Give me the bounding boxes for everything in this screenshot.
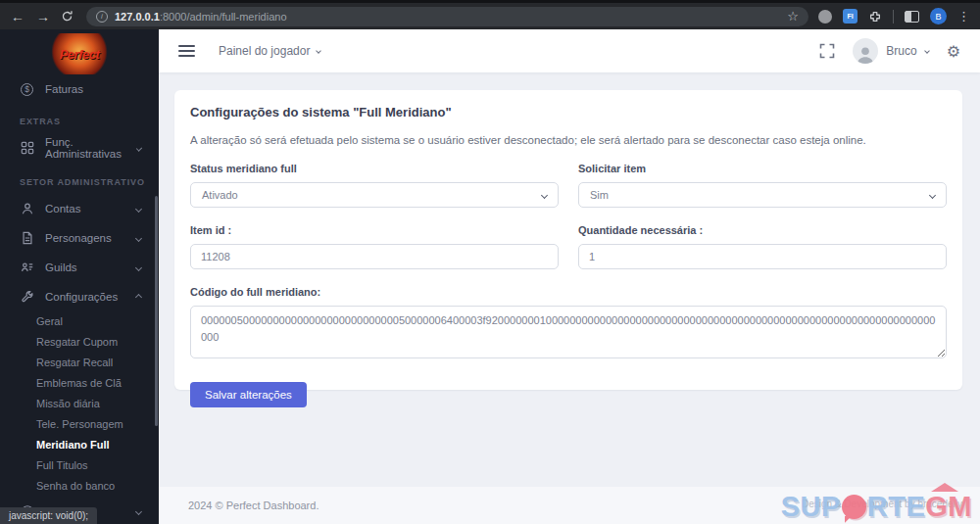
browser-profile-avatar[interactable]: B	[930, 8, 947, 24]
extension-globe-icon[interactable]	[818, 10, 832, 24]
watermark-gm: GM	[925, 491, 972, 523]
topbar-actions: Bruco	[819, 38, 960, 64]
status-label: Status meridiano full	[190, 163, 559, 174]
sidebar-subitem-resgatar-cupom[interactable]: Resgatar Cupom	[0, 332, 159, 353]
sidebar-item-label: Funç. Administrativas	[45, 136, 126, 160]
logo-text: Perfect	[49, 33, 110, 74]
sidebar-item-faturas[interactable]: Faturas	[0, 76, 159, 102]
quantidade-input[interactable]	[578, 244, 947, 269]
card-description: A alteração só será efetuada pelo sistem…	[190, 134, 947, 146]
url-host: 127.0.0.1	[115, 11, 160, 23]
guild-badge-icon	[20, 261, 34, 275]
sidebar: Perfect Faturas EXTRAS Funç. Administrat…	[0, 29, 159, 524]
status-selected-value: Ativado	[202, 189, 238, 201]
save-button[interactable]: Salvar alterações	[190, 382, 307, 407]
card-title: Configurações do sistema "Full Meridiano…	[190, 105, 947, 119]
solicitar-select[interactable]: Sim	[578, 182, 947, 208]
extension-fi-icon[interactable]: FI	[843, 9, 858, 24]
sidebar-item-personagens[interactable]: Personagens	[0, 223, 159, 253]
browser-menu-kebab-icon[interactable]	[957, 9, 970, 24]
settings-gear-icon[interactable]	[947, 42, 960, 61]
url-text: 127.0.0.1:8000/admin/full-meridiano	[115, 11, 287, 23]
address-bar[interactable]: 127.0.0.1:8000/admin/full-meridiano	[86, 7, 808, 26]
extensions-puzzle-icon[interactable]	[868, 10, 882, 24]
browser-forward-button[interactable]	[35, 10, 51, 24]
item-id-field-group: Item id :	[190, 224, 559, 286]
sidebar-subitem-senha-do-banco[interactable]: Senha do banco	[0, 476, 159, 497]
item-id-label: Item id :	[190, 224, 559, 236]
side-panel-icon[interactable]	[905, 11, 919, 23]
browser-back-button[interactable]	[10, 10, 25, 24]
sidebar-item-configuracoes[interactable]: Configurações	[0, 282, 159, 311]
user-avatar	[853, 38, 878, 64]
watermark-gm-text: GM	[925, 491, 972, 522]
fullscreen-button[interactable]	[819, 43, 835, 59]
username-label: Bruco	[886, 44, 916, 58]
sidebar-item-label: Faturas	[45, 83, 83, 95]
sidebar-subitem-meridiano-full[interactable]: Meridiano Full	[0, 435, 159, 455]
sidebar-item-label: Contas	[45, 203, 80, 214]
sidebar-scrollbar[interactable]	[155, 196, 158, 426]
menu-toggle-button[interactable]	[178, 45, 195, 57]
perfect-world-logo: Perfect	[49, 33, 110, 74]
document-icon	[20, 231, 34, 246]
item-id-input[interactable]	[190, 244, 559, 269]
full-meridiano-settings-card: Configurações do sistema "Full Meridiano…	[174, 90, 962, 390]
wrench-icon	[20, 290, 34, 305]
toolbar-separator	[893, 10, 894, 24]
top-header: Painel do jogador Bruco	[159, 29, 980, 72]
browser-actions: FI B	[818, 8, 970, 24]
solicitar-field-group: Solicitar item Sim	[578, 163, 947, 224]
watermark-rte: RTE	[867, 491, 926, 523]
chevron-down-icon	[929, 191, 936, 198]
watermark-roof-icon	[931, 483, 958, 492]
sidebar-item-label: Configurações	[45, 291, 118, 303]
quantidade-label: Quantidade necessária :	[578, 224, 947, 236]
sidebar-section-setor-administrativo: SETOR ADMINISTRATIVO	[0, 163, 159, 194]
sidebar-subitem-full-titulos[interactable]: Full Titulos	[0, 455, 159, 476]
sidebar-item-label: Guilds	[45, 262, 77, 273]
user-icon	[20, 202, 34, 216]
solicitar-label: Solicitar item	[578, 163, 947, 174]
chevron-down-icon	[317, 48, 322, 54]
chevron-up-icon	[135, 293, 142, 300]
chevron-down-icon	[135, 234, 142, 241]
status-select[interactable]: Ativado	[190, 182, 559, 208]
chevron-down-icon	[135, 507, 142, 514]
copyright-text: 2024 © Perfect Dashboard.	[188, 500, 318, 511]
sidebar-subitem-emblemas-de-cla[interactable]: Emblemas de Clã	[0, 373, 159, 394]
painel-do-jogador-dropdown[interactable]: Painel do jogador	[219, 44, 320, 58]
solicitar-selected-value: Sim	[590, 189, 609, 201]
codigo-textarea[interactable]: 0000005000000000000000000000000005000000…	[190, 306, 947, 358]
sidebar-subitem-geral[interactable]: Geral	[0, 311, 159, 332]
grid-icon	[20, 141, 34, 156]
site-info-icon[interactable]	[96, 11, 108, 23]
chevron-down-icon	[541, 191, 548, 198]
sidebar-item-label: Personagens	[45, 232, 112, 244]
sidebar-item-contas[interactable]: Contas	[0, 194, 159, 223]
chevron-down-icon	[135, 263, 142, 270]
watermark-o-bubble-icon	[842, 495, 866, 519]
url-path: :8000/admin/full-meridiano	[160, 11, 287, 23]
chevron-down-icon	[135, 205, 142, 212]
sidebar-item-func-administrativas[interactable]: Funç. Administrativas	[0, 133, 159, 163]
sidebar-subitem-tele-personagem[interactable]: Tele. Personagem	[0, 414, 159, 435]
status-field-group: Status meridiano full Ativado	[190, 163, 559, 224]
user-menu[interactable]: Bruco	[853, 38, 928, 64]
sidebar-subitem-resgatar-recall[interactable]: Resgatar Recall	[0, 353, 159, 373]
codigo-label: Código do full meridiano:	[190, 286, 947, 298]
bookmark-star-icon[interactable]	[787, 9, 799, 24]
browser-reload-button[interactable]	[61, 10, 76, 23]
browser-toolbar: 127.0.0.1:8000/admin/full-meridiano FI B	[0, 0, 980, 29]
chevron-down-icon	[136, 145, 142, 151]
painel-dropdown-label: Painel do jogador	[219, 44, 310, 58]
person-icon	[855, 44, 876, 64]
reload-icon	[61, 10, 74, 23]
settings-form: Status meridiano full Ativado Solicitar …	[190, 163, 947, 286]
quantidade-field-group: Quantidade necessária :	[578, 224, 947, 286]
watermark-sup: SUP	[781, 491, 841, 523]
suportegm-watermark: SUP RTE GM	[781, 491, 972, 523]
dollar-circle-icon	[20, 82, 34, 97]
sidebar-item-guilds[interactable]: Guilds	[0, 253, 159, 282]
sidebar-subitem-missao-diaria[interactable]: Missão diária	[0, 394, 159, 414]
